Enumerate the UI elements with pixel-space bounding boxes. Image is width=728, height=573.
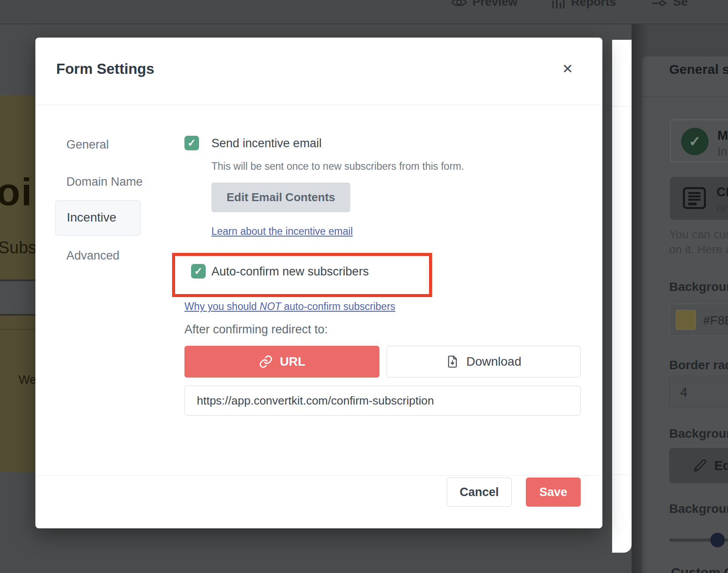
style-option-title: Mi — [717, 128, 728, 143]
why-not-autoconfirm-link[interactable]: Why you should NOT auto-confirm subscrib… — [184, 301, 395, 313]
topbar-reports: Reports — [551, 0, 616, 11]
download-icon — [446, 355, 459, 368]
panel-edge-divider — [612, 106, 632, 107]
style-option-minimal: ✓ Mi Inl — [670, 119, 728, 162]
send-incentive-email-description: This will be sent once to new subscriber… — [211, 160, 464, 172]
redirect-url-button[interactable]: URL — [184, 346, 379, 378]
redirect-download-button-label: Download — [466, 355, 521, 369]
background-panel-edge — [612, 40, 632, 553]
redirect-download-button[interactable]: Download — [387, 346, 581, 378]
why-link-pre: Why you should — [184, 301, 260, 312]
cancel-button[interactable]: Cancel — [447, 478, 512, 507]
form-card-icon — [681, 185, 708, 211]
topbar-preview: Preview — [451, 0, 517, 11]
background-opacity-label: Backgroun — [669, 502, 728, 516]
edit-email-contents-button[interactable]: Edit Email Contents — [211, 183, 350, 212]
topbar-settings-label: Se — [673, 0, 688, 9]
link-icon — [259, 355, 273, 369]
form-settings-modal: Form Settings ✕ General Domain Name Ince… — [35, 38, 602, 528]
tab-incentive-label: Incentive — [67, 210, 116, 225]
background-form-subscribe-fragment: Subsc — [0, 238, 35, 257]
pencil-icon — [693, 458, 707, 473]
topbar-reports-label: Reports — [571, 0, 616, 9]
why-link-not: NOT — [260, 301, 281, 312]
modal-footer-divider — [35, 475, 602, 476]
style-option-subtitle: Inl — [717, 145, 728, 159]
style-option-full: CH or — [670, 177, 728, 220]
styles-side-panel: General st ✓ Mi Inl CH or You can cus — [632, 24, 728, 573]
edit-background-button: Ed — [669, 448, 728, 483]
sliders-icon — [651, 0, 668, 10]
panel-edge-divider — [612, 474, 632, 475]
background-we-fragment: We — [19, 373, 35, 387]
bar-chart-icon — [551, 0, 566, 10]
auto-confirm-label: Auto-confirm new subscribers — [211, 265, 369, 279]
tab-general[interactable]: General — [66, 138, 109, 152]
save-button[interactable]: Save — [526, 478, 581, 507]
close-icon[interactable]: ✕ — [562, 62, 573, 76]
screen: Preview Reports Se oir Subsc We — [0, 0, 728, 573]
background-gray-band — [0, 281, 35, 314]
auto-confirm-checkbox[interactable]: ✓ — [191, 264, 206, 279]
border-radius-label: Border rad — [669, 358, 728, 372]
background-form-block: oir Subsc — [0, 95, 35, 279]
app-topbar: Preview Reports Se — [0, 0, 728, 24]
redirect-url-input[interactable] — [184, 386, 581, 416]
background-color-label: Backgroun — [669, 280, 728, 294]
send-incentive-email-checkbox[interactable]: ✓ — [184, 136, 199, 150]
styles-panel-divider — [642, 96, 728, 97]
styles-panel-paragraph: on it. Here a — [669, 243, 728, 256]
background-image-label: Backgroun — [669, 427, 728, 441]
tab-incentive[interactable]: Incentive — [55, 200, 141, 236]
border-radius-input: 4 — [669, 376, 728, 408]
color-hex-value: #F8E — [703, 313, 728, 328]
background-faint-line — [0, 329, 35, 330]
send-incentive-email-label: Send incentive email — [211, 137, 322, 150]
background-form-heading-fragment: oir — [0, 169, 35, 214]
opacity-slider-thumb — [710, 533, 725, 547]
redirect-url-button-label: URL — [280, 355, 306, 369]
learn-incentive-email-link[interactable]: Learn about the incentive email — [211, 225, 353, 237]
border-radius-value: 4 — [680, 385, 687, 400]
why-link-post: auto-confirm subscribers — [281, 301, 395, 312]
custom-css-label: Custom C — [671, 565, 728, 573]
color-swatch — [676, 310, 696, 330]
style-option-subtitle: or — [717, 202, 727, 215]
topbar-preview-label: Preview — [472, 0, 517, 9]
modal-header-divider — [35, 105, 602, 105]
modal-title: Form Settings — [56, 61, 154, 77]
background-color-field: #F8E — [669, 304, 728, 336]
styles-panel-title: General st — [669, 62, 728, 77]
background-form-block-lower: We — [0, 316, 35, 472]
tab-advanced[interactable]: Advanced — [66, 249, 119, 263]
check-circle-icon: ✓ — [681, 128, 709, 155]
redirect-to-label: After confirming redirect to: — [184, 323, 328, 336]
eye-icon — [451, 0, 467, 10]
general-styles-card: General st ✓ Mi Inl CH or You can cus — [642, 57, 728, 573]
tab-domain-name[interactable]: Domain Name — [66, 175, 143, 189]
topbar-settings: Se — [651, 0, 688, 11]
edit-background-label: Ed — [714, 458, 728, 473]
style-option-title: CH — [717, 185, 728, 199]
styles-panel-paragraph: You can cus — [669, 228, 728, 241]
